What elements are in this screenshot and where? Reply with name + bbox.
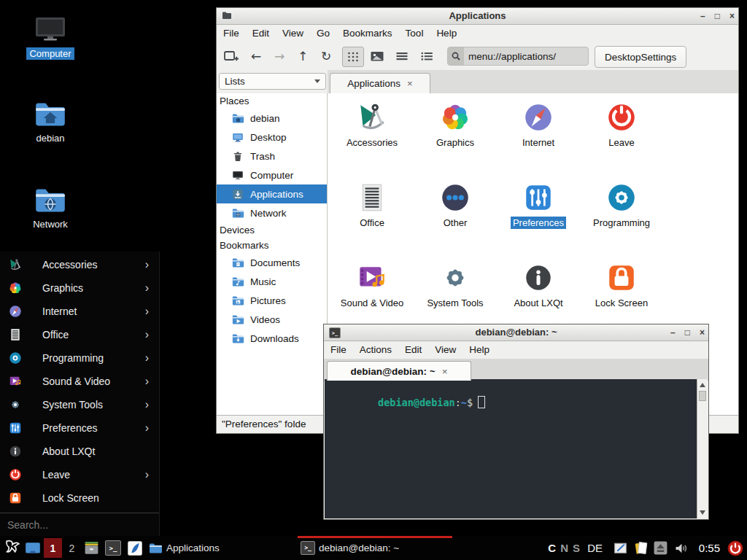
sidebar-item-videos[interactable]: Videos	[217, 310, 327, 329]
quicklaunch-file-manager[interactable]	[83, 536, 100, 560]
start-menu-item-preferences[interactable]: Preferences ›	[0, 416, 159, 440]
menu-view[interactable]: View	[428, 341, 462, 359]
maximize-button[interactable]: □	[685, 324, 690, 341]
tab-close-icon[interactable]: ×	[407, 78, 413, 89]
sidebar-item-music[interactable]: Music	[217, 272, 327, 291]
keyboard-layout-indicator[interactable]: DE	[587, 536, 603, 560]
clock[interactable]: 0:55	[699, 536, 720, 560]
close-button[interactable]: ×	[700, 324, 705, 341]
terminal-scrollbar[interactable]	[697, 379, 708, 518]
menu-file[interactable]: File	[217, 25, 246, 42]
show-desktop-button[interactable]	[24, 536, 42, 560]
forward-button[interactable]: →	[271, 47, 288, 65]
start-menu-item-lock-screen[interactable]: Lock Screen	[0, 486, 159, 510]
app-item-internet[interactable]: Internet	[497, 99, 580, 179]
tray-volume[interactable]	[674, 536, 689, 560]
scroll-up-icon[interactable]	[700, 383, 705, 387]
sidebar-item-network[interactable]: Network	[217, 203, 327, 222]
tray-clipboard[interactable]	[633, 536, 649, 560]
scroll-down-icon[interactable]	[700, 510, 705, 515]
search-input[interactable]	[6, 518, 147, 532]
app-item-accessories[interactable]: Accessories	[330, 99, 414, 179]
thumbnail-view-button[interactable]	[368, 47, 386, 65]
start-menu-item-system-tools[interactable]: System Tools ›	[0, 393, 159, 416]
app-item-graphics[interactable]: Graphics	[414, 99, 497, 179]
workspace-1-button[interactable]: 1	[44, 538, 62, 558]
start-menu-item-office[interactable]: Office ›	[0, 323, 159, 346]
sidebar-item-documents[interactable]: Documents	[217, 253, 327, 272]
menu-bookmarks[interactable]: Bookmarks	[336, 25, 399, 42]
power-button[interactable]	[727, 536, 743, 560]
menu-help[interactable]: Help	[430, 25, 463, 42]
menu-edit[interactable]: Edit	[398, 341, 428, 359]
terminal-titlebar[interactable]: >_ debian@debian: ~ – □ ×	[324, 324, 708, 341]
sidebar-item-debian[interactable]: debian	[217, 109, 327, 128]
app-item-office[interactable]: Office	[330, 179, 414, 260]
start-menu-item-accessories[interactable]: Accessories ›	[0, 253, 159, 276]
up-button[interactable]: ↑	[294, 47, 311, 65]
maximize-button[interactable]: □	[715, 8, 720, 24]
file-manager-titlebar[interactable]: Applications – □ ×	[217, 8, 738, 25]
kbd-indicator-scroll[interactable]: S	[573, 536, 580, 560]
start-menu-button[interactable]	[3, 536, 21, 560]
task-applications[interactable]: Applications	[149, 536, 295, 560]
sidebar-item-trash[interactable]: Trash	[217, 147, 327, 166]
terminal-tab-bar: debian@debian: ~ ×	[324, 359, 708, 381]
app-item-leave[interactable]: Leave	[580, 99, 663, 179]
terminal-tab[interactable]: debian@debian: ~ ×	[327, 361, 471, 381]
desktop-icon-computer[interactable]: Computer	[20, 16, 81, 60]
submenu-arrow-icon: ›	[145, 421, 149, 435]
sidebar-item-applications[interactable]: Applications	[217, 184, 327, 203]
reload-button[interactable]: ↻	[317, 47, 335, 65]
start-menu-item-leave[interactable]: Leave ›	[0, 463, 159, 486]
menu-actions[interactable]: Actions	[353, 341, 398, 359]
desktop-settings-button[interactable]: DesktopSettings	[595, 46, 686, 68]
start-menu-item-internet[interactable]: Internet ›	[0, 300, 159, 323]
minimize-button[interactable]: –	[670, 324, 676, 341]
scrollbar-thumb[interactable]	[699, 391, 706, 401]
app-item-preferences[interactable]: Preferences	[497, 179, 580, 260]
icon-view-button[interactable]	[342, 47, 364, 67]
menu-tool[interactable]: Tool	[399, 25, 430, 42]
menu-file[interactable]: File	[324, 341, 353, 359]
compact-view-button[interactable]	[393, 47, 411, 65]
address-bar[interactable]: menu://applications/	[447, 47, 589, 66]
sidebar-item-computer[interactable]: Computer	[217, 166, 327, 184]
menu-go[interactable]: Go	[310, 25, 336, 42]
menu-view[interactable]: View	[276, 25, 310, 42]
new-tab-button[interactable]	[222, 47, 240, 65]
sidebar-item-pictures[interactable]: Pictures	[217, 291, 327, 310]
quicklaunch-terminal[interactable]: >_	[105, 536, 121, 560]
start-menu-item-about-lxqt[interactable]: About LXQt	[0, 440, 159, 463]
minimize-button[interactable]: –	[700, 8, 705, 24]
kbd-indicator-num[interactable]: N	[560, 536, 568, 560]
quicklaunch-featherpad[interactable]	[127, 536, 143, 560]
task-terminal[interactable]: >_ debian@debian: ~	[298, 536, 452, 560]
menu-edit[interactable]: Edit	[246, 25, 276, 42]
tab-close-icon[interactable]: ×	[442, 366, 448, 377]
kbd-indicator-caps[interactable]: C	[548, 536, 556, 560]
sidebar-item-downloads[interactable]: Downloads	[217, 329, 327, 348]
home-folder-icon	[232, 113, 244, 124]
app-item-other[interactable]: Other	[414, 179, 497, 260]
sidebar-item-desktop[interactable]: Desktop	[217, 128, 327, 147]
close-button[interactable]: ×	[729, 8, 735, 24]
lock-screen-icon	[8, 491, 23, 505]
desktop-icon-debian[interactable]: debian	[20, 101, 81, 144]
detailed-view-button[interactable]	[418, 47, 436, 65]
menu-help[interactable]: Help	[462, 341, 496, 359]
tray-screenshot[interactable]	[613, 536, 628, 560]
tray-removable-media[interactable]	[653, 536, 668, 560]
back-button[interactable]: ←	[247, 47, 265, 65]
tab-applications[interactable]: Applications ×	[330, 73, 430, 93]
desktop-icon-network[interactable]: Network	[20, 187, 81, 230]
workspace-2-button[interactable]: 2	[63, 538, 81, 558]
terminal-viewport[interactable]: debian@debian:~$	[325, 379, 708, 518]
app-item-programming[interactable]: Programming	[580, 179, 663, 260]
network-folder-icon	[232, 208, 244, 219]
computer-monitor-icon	[20, 16, 81, 44]
start-menu-item-sound-video[interactable]: Sound & Video ›	[0, 370, 159, 393]
start-menu-item-graphics[interactable]: Graphics ›	[0, 276, 159, 300]
sidebar-mode-selector[interactable]: Lists	[219, 73, 326, 90]
start-menu-item-programming[interactable]: Programming ›	[0, 346, 159, 370]
